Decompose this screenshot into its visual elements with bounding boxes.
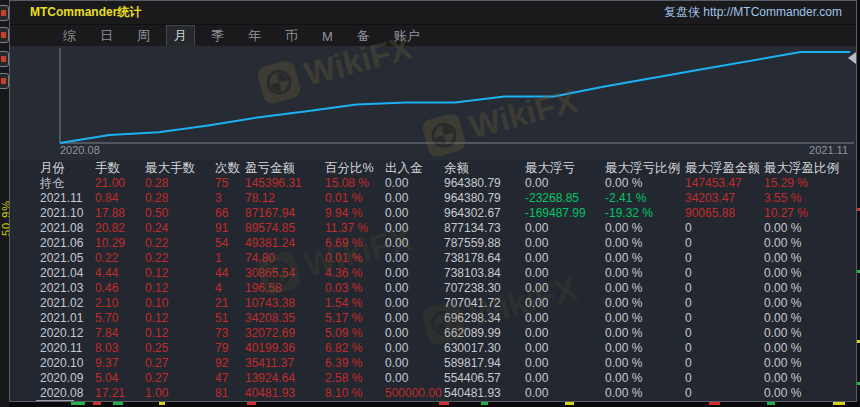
cell-pct: 8.10 % — [325, 386, 385, 401]
cell-max-float-loss-pct: 0.00 % — [605, 341, 685, 356]
cell-pct: 4.36 % — [325, 266, 385, 281]
cell-inout: 0.00 — [385, 206, 444, 221]
cell-count: 47 — [215, 371, 245, 386]
cell-lots: 2.10 — [95, 296, 145, 311]
cell-max-float-profit-pct: 0.00 % — [764, 356, 856, 371]
cell-balance: 540481.93 — [444, 386, 525, 401]
column-header-max-float-profit-pct[interactable]: 最大浮盈比例 — [764, 160, 856, 176]
table-row[interactable]: 2021.050.220.22174.800.01 %0.00738178.64… — [10, 251, 856, 266]
x-axis-end-label: 2021.11 — [809, 144, 848, 156]
table-row[interactable]: 2021.0610.290.225449381.246.69 %0.007875… — [10, 236, 856, 251]
cell-lots: 5.70 — [95, 311, 145, 326]
column-header-lots[interactable]: 手数 — [95, 160, 145, 176]
table-row[interactable]: 2020.127.840.127332072.695.09 %0.0066208… — [10, 326, 856, 341]
cell-max-float-loss: 0.00 — [525, 356, 605, 371]
cell-max-float-profit-pct: 0.00 % — [764, 266, 856, 281]
column-header-count[interactable]: 次数 — [215, 160, 245, 176]
cell-month: 2021.01 — [40, 311, 95, 326]
table-row[interactable]: 2021.0820.820.249189574.8511.37 %0.00877… — [10, 221, 856, 236]
cell-count: 75 — [215, 176, 245, 191]
column-header-pnl[interactable]: 盈亏金额 — [245, 160, 325, 176]
column-header-max-float-loss-pct[interactable]: 最大浮亏比例 — [605, 160, 685, 176]
cell-max-float-loss-pct: 0.00 % — [605, 296, 685, 311]
cell-inout: 500000.00 — [385, 401, 444, 402]
table-row[interactable]: 2020.118.030.257940199.366.82 %0.0063001… — [10, 341, 856, 356]
table-row[interactable]: 持仓21.000.2875145396.3115.08 %0.00964380.… — [10, 176, 856, 191]
cell-max-float-profit: 0 — [685, 386, 764, 401]
cell-count: 91 — [215, 221, 245, 236]
cell-pnl: 40199.36 — [245, 341, 325, 356]
equity-chart: 2020.08 2021.11 — [10, 46, 856, 160]
cell-inout: 0.00 — [385, 356, 444, 371]
menu-item-4[interactable]: 月 — [167, 26, 194, 46]
background-window-bottom-strip — [9, 402, 860, 407]
cell-inout: 0.00 — [385, 296, 444, 311]
cell-max-float-profit: 0 — [685, 221, 764, 236]
cell-inout: 0.00 — [385, 341, 444, 356]
cell-pct: 9.94 % — [325, 206, 385, 221]
menu-item-7[interactable]: 币 — [278, 26, 305, 46]
menu-item-8[interactable]: M — [315, 28, 340, 45]
cell-count: 92 — [215, 356, 245, 371]
cell-max-lots: 0.27 — [145, 356, 215, 371]
background-toolbar-icon — [0, 73, 9, 89]
cell-inout: 0.00 — [385, 221, 444, 236]
cell-max-float-profit: 0 — [685, 311, 764, 326]
column-header-balance[interactable]: 余额 — [444, 160, 525, 176]
column-header-pct[interactable]: 百分比% — [325, 160, 385, 176]
table-total-row[interactable]: 合计131.24609777.10121.96 %500000.00-16948… — [10, 401, 856, 402]
cell-lots: 17.88 — [95, 206, 145, 221]
cell-max-float-loss-pct: 0.00 % — [605, 356, 685, 371]
column-header-inout[interactable]: 出入金 — [385, 160, 444, 176]
column-header-max-float-profit[interactable]: 最大浮盈金额 — [685, 160, 764, 176]
column-header-month[interactable]: 月份 — [40, 160, 95, 176]
cell-max-float-loss: 0.00 — [525, 251, 605, 266]
cell-balance: 877134.73 — [444, 221, 525, 236]
cell-pnl: 78.12 — [245, 191, 325, 206]
cell-month: 2021.05 — [40, 251, 95, 266]
cell-max-float-profit: 0 — [685, 371, 764, 386]
stats-table: 月份手数最大手数次数盈亏金额百分比%出入金余额最大浮亏最大浮亏比例最大浮盈金额最… — [10, 160, 856, 402]
cell-max-float-loss: 0.00 — [525, 341, 605, 356]
menu-item-5[interactable]: 季 — [204, 26, 231, 46]
cell-pct: 5.17 % — [325, 311, 385, 326]
cell-count: 44 — [215, 266, 245, 281]
cell-max-float-profit: 0 — [685, 281, 764, 296]
cell-max-lots: 0.12 — [145, 266, 215, 281]
cell-max-float-profit-pct: 0.00 % — [764, 326, 856, 341]
menu-item-9[interactable]: 备 — [350, 26, 377, 46]
menu-item-3[interactable]: 周 — [130, 26, 157, 46]
mtcommander-window: MTCommander统计 复盘侠 http://MTCommander.com… — [9, 0, 857, 402]
table-row[interactable]: 2020.109.370.279235411.376.39 %0.0058981… — [10, 356, 856, 371]
cell-max-float-loss-pct: -19.32 % — [605, 206, 685, 221]
table-row[interactable]: 2020.0817.211.008140481.938.10 %500000.0… — [10, 386, 856, 401]
cell-pct: 121.96 % — [325, 401, 385, 402]
table-row[interactable]: 2021.022.100.102110743.381.54 %0.0070704… — [10, 296, 856, 311]
cell-balance: 964380.79 — [444, 176, 525, 191]
cell-max-float-profit-pct: 0.00 % — [764, 251, 856, 266]
cell-pnl: 196.58 — [245, 281, 325, 296]
cell-month: 2021.04 — [40, 266, 95, 281]
cell-max-float-loss: 0.00 — [525, 281, 605, 296]
table-row[interactable]: 2021.044.440.124430865.544.36 %0.0073810… — [10, 266, 856, 281]
table-row[interactable]: 2020.095.040.274713924.642.58 %0.0055440… — [10, 371, 856, 386]
menu-item-2[interactable]: 日 — [93, 26, 120, 46]
table-row[interactable]: 2021.1017.880.506687167.949.94 %0.009643… — [10, 206, 856, 221]
cell-max-float-profit-pct: 0.00 % — [764, 371, 856, 386]
cell-month: 2020.11 — [40, 341, 95, 356]
table-row[interactable]: 2021.015.700.125134208.355.17 %0.0069629… — [10, 311, 856, 326]
table-row[interactable]: 2021.030.460.124196.580.03 %0.00707238.3… — [10, 281, 856, 296]
menu-item-1[interactable]: 综 — [56, 26, 83, 46]
menu-item-6[interactable]: 年 — [241, 26, 268, 46]
menu-item-10[interactable]: 账户 — [387, 26, 427, 46]
cell-max-float-loss: -169487.99 — [525, 206, 605, 221]
cell-max-float-profit: 0 — [685, 236, 764, 251]
cell-balance: 707041.72 — [444, 296, 525, 311]
cell-max-float-profit: 0 — [685, 356, 764, 371]
column-header-max-lots[interactable]: 最大手数 — [145, 160, 215, 176]
cell-count: 79 — [215, 341, 245, 356]
brand-link[interactable]: 复盘侠 http://MTCommander.com — [664, 4, 842, 21]
column-header-max-float-loss[interactable]: 最大浮亏 — [525, 160, 605, 176]
table-row[interactable]: 2021.110.840.28378.120.01 %0.00964380.79… — [10, 191, 856, 206]
panel-collapse-arrow-icon[interactable] — [848, 52, 856, 64]
